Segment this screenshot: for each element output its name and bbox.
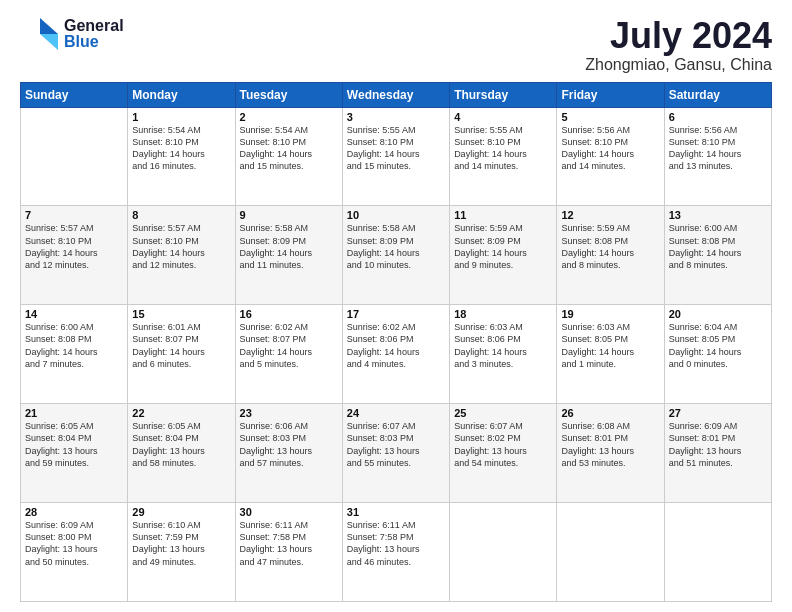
day-info: Sunrise: 6:11 AMSunset: 7:58 PMDaylight:… bbox=[240, 519, 338, 568]
day-number: 1 bbox=[132, 111, 230, 123]
day-number: 2 bbox=[240, 111, 338, 123]
day-info: Sunrise: 5:54 AMSunset: 8:10 PMDaylight:… bbox=[240, 124, 338, 173]
day-info: Sunrise: 5:57 AMSunset: 8:10 PMDaylight:… bbox=[25, 222, 123, 271]
col-wednesday: Wednesday bbox=[342, 82, 449, 107]
day-number: 11 bbox=[454, 209, 552, 221]
day-info: Sunrise: 6:04 AMSunset: 8:05 PMDaylight:… bbox=[669, 321, 767, 370]
calendar-body: 1Sunrise: 5:54 AMSunset: 8:10 PMDaylight… bbox=[21, 107, 772, 601]
logo-icon bbox=[20, 16, 60, 52]
calendar-cell: 21Sunrise: 6:05 AMSunset: 8:04 PMDayligh… bbox=[21, 404, 128, 503]
calendar-cell bbox=[557, 503, 664, 602]
calendar-cell: 18Sunrise: 6:03 AMSunset: 8:06 PMDayligh… bbox=[450, 305, 557, 404]
calendar-cell: 3Sunrise: 5:55 AMSunset: 8:10 PMDaylight… bbox=[342, 107, 449, 206]
calendar-cell: 26Sunrise: 6:08 AMSunset: 8:01 PMDayligh… bbox=[557, 404, 664, 503]
calendar-table: Sunday Monday Tuesday Wednesday Thursday… bbox=[20, 82, 772, 602]
calendar-cell bbox=[21, 107, 128, 206]
day-info: Sunrise: 5:55 AMSunset: 8:10 PMDaylight:… bbox=[347, 124, 445, 173]
day-info: Sunrise: 6:02 AMSunset: 8:07 PMDaylight:… bbox=[240, 321, 338, 370]
col-friday: Friday bbox=[557, 82, 664, 107]
day-info: Sunrise: 6:03 AMSunset: 8:05 PMDaylight:… bbox=[561, 321, 659, 370]
calendar-cell: 14Sunrise: 6:00 AMSunset: 8:08 PMDayligh… bbox=[21, 305, 128, 404]
day-number: 10 bbox=[347, 209, 445, 221]
page: General Blue July 2024 Zhongmiao, Gansu,… bbox=[0, 0, 792, 612]
day-info: Sunrise: 6:07 AMSunset: 8:02 PMDaylight:… bbox=[454, 420, 552, 469]
day-info: Sunrise: 6:10 AMSunset: 7:59 PMDaylight:… bbox=[132, 519, 230, 568]
logo: General Blue bbox=[20, 16, 124, 52]
day-info: Sunrise: 5:55 AMSunset: 8:10 PMDaylight:… bbox=[454, 124, 552, 173]
logo-blue: Blue bbox=[64, 34, 124, 50]
calendar-cell: 15Sunrise: 6:01 AMSunset: 8:07 PMDayligh… bbox=[128, 305, 235, 404]
day-info: Sunrise: 6:05 AMSunset: 8:04 PMDaylight:… bbox=[25, 420, 123, 469]
day-info: Sunrise: 6:09 AMSunset: 8:00 PMDaylight:… bbox=[25, 519, 123, 568]
col-saturday: Saturday bbox=[664, 82, 771, 107]
calendar-cell: 10Sunrise: 5:58 AMSunset: 8:09 PMDayligh… bbox=[342, 206, 449, 305]
calendar-header: Sunday Monday Tuesday Wednesday Thursday… bbox=[21, 82, 772, 107]
day-number: 29 bbox=[132, 506, 230, 518]
day-number: 27 bbox=[669, 407, 767, 419]
calendar-cell: 23Sunrise: 6:06 AMSunset: 8:03 PMDayligh… bbox=[235, 404, 342, 503]
logo-text: General Blue bbox=[64, 18, 124, 50]
calendar-cell: 27Sunrise: 6:09 AMSunset: 8:01 PMDayligh… bbox=[664, 404, 771, 503]
day-number: 4 bbox=[454, 111, 552, 123]
day-number: 19 bbox=[561, 308, 659, 320]
calendar-week-1: 1Sunrise: 5:54 AMSunset: 8:10 PMDaylight… bbox=[21, 107, 772, 206]
day-number: 12 bbox=[561, 209, 659, 221]
col-thursday: Thursday bbox=[450, 82, 557, 107]
day-number: 30 bbox=[240, 506, 338, 518]
day-number: 3 bbox=[347, 111, 445, 123]
day-info: Sunrise: 5:59 AMSunset: 8:09 PMDaylight:… bbox=[454, 222, 552, 271]
day-number: 8 bbox=[132, 209, 230, 221]
day-number: 5 bbox=[561, 111, 659, 123]
day-info: Sunrise: 6:00 AMSunset: 8:08 PMDaylight:… bbox=[669, 222, 767, 271]
day-info: Sunrise: 6:01 AMSunset: 8:07 PMDaylight:… bbox=[132, 321, 230, 370]
calendar-cell: 19Sunrise: 6:03 AMSunset: 8:05 PMDayligh… bbox=[557, 305, 664, 404]
title-block: July 2024 Zhongmiao, Gansu, China bbox=[585, 16, 772, 74]
day-info: Sunrise: 6:11 AMSunset: 7:58 PMDaylight:… bbox=[347, 519, 445, 568]
day-info: Sunrise: 6:02 AMSunset: 8:06 PMDaylight:… bbox=[347, 321, 445, 370]
day-number: 15 bbox=[132, 308, 230, 320]
calendar-cell: 30Sunrise: 6:11 AMSunset: 7:58 PMDayligh… bbox=[235, 503, 342, 602]
day-number: 7 bbox=[25, 209, 123, 221]
day-number: 14 bbox=[25, 308, 123, 320]
day-info: Sunrise: 6:09 AMSunset: 8:01 PMDaylight:… bbox=[669, 420, 767, 469]
day-info: Sunrise: 5:57 AMSunset: 8:10 PMDaylight:… bbox=[132, 222, 230, 271]
calendar-cell: 4Sunrise: 5:55 AMSunset: 8:10 PMDaylight… bbox=[450, 107, 557, 206]
calendar-cell bbox=[664, 503, 771, 602]
col-tuesday: Tuesday bbox=[235, 82, 342, 107]
day-info: Sunrise: 6:08 AMSunset: 8:01 PMDaylight:… bbox=[561, 420, 659, 469]
calendar-cell: 25Sunrise: 6:07 AMSunset: 8:02 PMDayligh… bbox=[450, 404, 557, 503]
day-number: 20 bbox=[669, 308, 767, 320]
col-sunday: Sunday bbox=[21, 82, 128, 107]
calendar-week-3: 14Sunrise: 6:00 AMSunset: 8:08 PMDayligh… bbox=[21, 305, 772, 404]
day-info: Sunrise: 6:05 AMSunset: 8:04 PMDaylight:… bbox=[132, 420, 230, 469]
calendar-week-2: 7Sunrise: 5:57 AMSunset: 8:10 PMDaylight… bbox=[21, 206, 772, 305]
calendar-title: July 2024 bbox=[585, 16, 772, 56]
day-number: 16 bbox=[240, 308, 338, 320]
calendar-cell bbox=[450, 503, 557, 602]
day-number: 17 bbox=[347, 308, 445, 320]
day-info: Sunrise: 5:54 AMSunset: 8:10 PMDaylight:… bbox=[132, 124, 230, 173]
day-number: 9 bbox=[240, 209, 338, 221]
header: General Blue July 2024 Zhongmiao, Gansu,… bbox=[20, 16, 772, 74]
calendar-cell: 9Sunrise: 5:58 AMSunset: 8:09 PMDaylight… bbox=[235, 206, 342, 305]
svg-marker-1 bbox=[40, 34, 58, 50]
calendar-cell: 8Sunrise: 5:57 AMSunset: 8:10 PMDaylight… bbox=[128, 206, 235, 305]
calendar-cell: 29Sunrise: 6:10 AMSunset: 7:59 PMDayligh… bbox=[128, 503, 235, 602]
calendar-cell: 5Sunrise: 5:56 AMSunset: 8:10 PMDaylight… bbox=[557, 107, 664, 206]
day-info: Sunrise: 5:56 AMSunset: 8:10 PMDaylight:… bbox=[669, 124, 767, 173]
calendar-cell: 6Sunrise: 5:56 AMSunset: 8:10 PMDaylight… bbox=[664, 107, 771, 206]
day-number: 31 bbox=[347, 506, 445, 518]
day-number: 25 bbox=[454, 407, 552, 419]
day-number: 24 bbox=[347, 407, 445, 419]
day-info: Sunrise: 5:58 AMSunset: 8:09 PMDaylight:… bbox=[347, 222, 445, 271]
col-monday: Monday bbox=[128, 82, 235, 107]
calendar-cell: 17Sunrise: 6:02 AMSunset: 8:06 PMDayligh… bbox=[342, 305, 449, 404]
calendar-cell: 11Sunrise: 5:59 AMSunset: 8:09 PMDayligh… bbox=[450, 206, 557, 305]
day-info: Sunrise: 5:59 AMSunset: 8:08 PMDaylight:… bbox=[561, 222, 659, 271]
calendar-cell: 22Sunrise: 6:05 AMSunset: 8:04 PMDayligh… bbox=[128, 404, 235, 503]
day-number: 28 bbox=[25, 506, 123, 518]
svg-marker-0 bbox=[40, 18, 58, 34]
day-number: 18 bbox=[454, 308, 552, 320]
logo-general: General bbox=[64, 18, 124, 34]
day-number: 23 bbox=[240, 407, 338, 419]
